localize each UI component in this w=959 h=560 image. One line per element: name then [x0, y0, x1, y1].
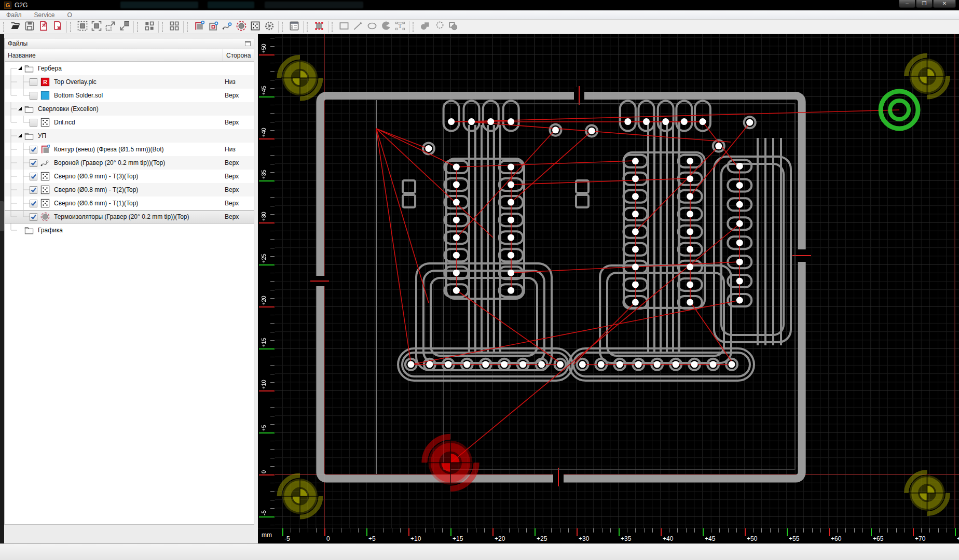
toolbar-group-handle[interactable]: [70, 22, 73, 32]
ruler-tick: [270, 105, 275, 105]
minimize-button[interactable]: –: [899, 0, 915, 8]
column-name[interactable]: Название: [5, 52, 36, 59]
zoom-selection-button[interactable]: [89, 20, 103, 33]
tree-item-label: Сверло (Ø0.9 mm) - T(3)(Top): [54, 173, 138, 180]
menu-item-о[interactable]: О: [61, 10, 78, 19]
contour-tool-button[interactable]: [192, 20, 206, 33]
panel-float-icon[interactable]: [245, 41, 251, 46]
zoom-out-button[interactable]: [117, 20, 131, 33]
tree-column-header[interactable]: Название Сторона: [4, 49, 254, 62]
tree-row[interactable]: Сверловки (Excellon): [5, 102, 254, 116]
draw-line-button[interactable]: [351, 20, 365, 33]
tree-row[interactable]: Сверло (Ø0.6 mm) - T(1)(Top)Верх: [5, 197, 254, 210]
tree-row[interactable]: Графика: [5, 223, 254, 237]
toolbar-group-handle[interactable]: [332, 22, 335, 32]
remove-file-button[interactable]: [50, 20, 64, 33]
job-list-button[interactable]: [287, 20, 301, 33]
shape-subtract-button[interactable]: [432, 20, 446, 33]
layer-checkbox[interactable]: [30, 186, 37, 194]
layer-checkbox[interactable]: [30, 78, 37, 86]
ruler-unit-label: mm: [262, 531, 272, 539]
expander-icon[interactable]: [17, 106, 23, 112]
shape-intersect-button[interactable]: [446, 20, 460, 33]
panel-splitter[interactable]: [254, 34, 258, 543]
tree-row[interactable]: Контур (внеш) (Фреза (Ø1.5 mm))(Bot)Низ: [5, 143, 254, 156]
ruler-tick: [259, 54, 275, 55]
open-project-button[interactable]: [8, 20, 22, 33]
vruler-label: +30: [261, 203, 267, 221]
toolbar-group-handle[interactable]: [307, 22, 310, 32]
ruler-tick: [316, 528, 317, 533]
toolbar-group-handle[interactable]: [413, 22, 416, 32]
expander-icon[interactable]: [17, 227, 23, 233]
drill-pattern-tool-icon: [250, 20, 261, 33]
tree-row[interactable]: Bottom Solder.solВерх: [5, 89, 254, 102]
layer-checkbox[interactable]: [30, 173, 37, 180]
draw-arc-button[interactable]: [379, 20, 393, 33]
layer-checkbox[interactable]: [30, 200, 37, 207]
shape-union-button[interactable]: [418, 20, 432, 33]
menu-item-файл[interactable]: Файл: [0, 10, 28, 19]
restore-button[interactable]: ❐: [916, 0, 933, 8]
column-side[interactable]: Сторона: [223, 49, 251, 61]
ruler-tick: [484, 528, 485, 533]
expander-icon[interactable]: [17, 133, 23, 139]
pcb-view[interactable]: [275, 34, 959, 528]
toolbar-group-handle[interactable]: [282, 22, 285, 32]
tree-row[interactable]: УП: [5, 129, 254, 143]
tree-connector: [5, 170, 17, 183]
layer-checkbox[interactable]: [30, 159, 37, 167]
gerber-blue-icon: [40, 91, 50, 100]
ruler-tick: [761, 528, 762, 533]
dock-tab-handle[interactable]: [0, 201, 4, 231]
tree-row[interactable]: RTop Overlay.plcНиз: [5, 75, 254, 89]
toolbar-group-handle[interactable]: [162, 22, 165, 32]
tree-connector: [17, 143, 30, 156]
copy-array-icon: [144, 20, 155, 33]
tree-row[interactable]: Термоизоляторы (Гравер (20° 0.2 mm tip))…: [5, 210, 254, 223]
offset-tool-button[interactable]: [206, 20, 220, 33]
pcb-drawing[interactable]: [275, 34, 959, 528]
toolbar-group-handle[interactable]: [187, 22, 190, 32]
ruler-tick: [635, 528, 636, 533]
toolbar-group-handle[interactable]: [137, 22, 140, 32]
tree-row[interactable]: Гербера: [5, 62, 254, 75]
ruler-tick: [501, 528, 501, 533]
ruler-tick: [795, 528, 796, 533]
layer-checkbox[interactable]: [30, 146, 37, 153]
zoom-fit-button[interactable]: [75, 20, 89, 33]
draw-rectangle-button[interactable]: [337, 20, 351, 33]
layer-checkbox[interactable]: [30, 92, 37, 100]
import-file-button[interactable]: [36, 20, 50, 33]
draw-text-button[interactable]: T: [393, 20, 407, 33]
menu-item-service[interactable]: Service: [28, 10, 61, 19]
titlebar-ghost-artifact: [120, 2, 198, 8]
generate-gcode-icon: [264, 20, 275, 33]
toolbar-group-handle[interactable]: [3, 22, 6, 32]
ruler-tick: [896, 528, 897, 533]
draw-ellipse-button[interactable]: [365, 20, 379, 33]
ruler-tick: [270, 315, 275, 315]
drill-pattern-tool-button[interactable]: [248, 20, 262, 33]
tree-item-label: Вороной (Гравер (20° 0.2 mm tip))(Top): [54, 159, 165, 166]
layer-checkbox[interactable]: [30, 119, 37, 127]
save-project-button[interactable]: [22, 20, 36, 33]
tree-row[interactable]: Сверло (Ø0.8 mm) - T(2)(Top)Верх: [5, 183, 254, 197]
tree-row[interactable]: Dril.ncdВерх: [5, 116, 254, 129]
pcb-canvas[interactable]: +50+45+40+35+30+25+20+15+10+50-5 mm -50+…: [258, 34, 959, 543]
generate-gcode-button[interactable]: [262, 20, 276, 33]
expander-icon[interactable]: [17, 65, 23, 72]
files-tree[interactable]: ГербераRTop Overlay.plcНизBottom Solder.…: [4, 62, 254, 525]
panelize-button[interactable]: [167, 20, 181, 33]
tree-row[interactable]: Сверло (Ø0.9 mm) - T(3)(Top)Верх: [5, 170, 254, 183]
copy-array-button[interactable]: [142, 20, 156, 33]
selection-frame-button[interactable]: [312, 20, 326, 33]
hruler-label: +5: [368, 535, 376, 542]
drill-tool-button[interactable]: [234, 20, 248, 33]
engrave-tool-button[interactable]: [220, 20, 234, 33]
zoom-in-button[interactable]: [103, 20, 117, 33]
close-button[interactable]: ✕: [933, 0, 956, 8]
ruler-tick: [694, 528, 695, 533]
tree-row[interactable]: Вороной (Гравер (20° 0.2 mm tip))(Top)Ве…: [5, 156, 254, 170]
layer-checkbox[interactable]: [30, 213, 37, 221]
